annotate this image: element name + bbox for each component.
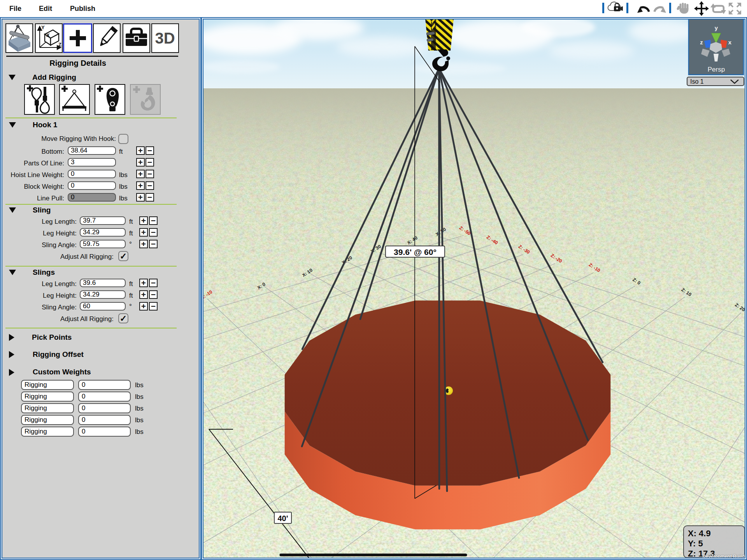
svg-text:Y: 5: Y: 5 — [688, 539, 703, 548]
svg-text:z: z — [700, 39, 703, 46]
svg-text:y: y — [715, 25, 718, 31]
svg-text:Persp: Persp — [708, 66, 725, 73]
svg-text:40': 40' — [277, 514, 288, 523]
svg-text:39.6' @ 60°: 39.6' @ 60° — [394, 248, 437, 256]
svg-text:X: X — [46, 32, 50, 38]
svg-text:Z: Z — [58, 42, 61, 47]
svg-text:X: 4.9: X: 4.9 — [688, 528, 711, 538]
svg-text:3D: 3D — [155, 30, 175, 47]
svg-text:x: x — [728, 39, 732, 46]
svg-text:Y: Y — [41, 25, 45, 30]
svg-text:Iso 1: Iso 1 — [690, 78, 704, 85]
